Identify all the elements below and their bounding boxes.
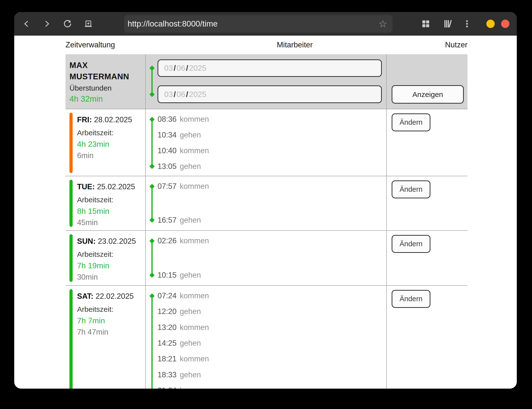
- entry-type: gehen: [180, 370, 201, 379]
- status-bar: [69, 180, 73, 227]
- forward-icon[interactable]: [42, 19, 51, 28]
- day-row-sun: SUN:23.02.2025 Arbeitszeit: 7h 19min 30m…: [66, 230, 467, 285]
- entry-time: 07:24: [158, 291, 177, 300]
- day-label: FRI:: [77, 115, 92, 124]
- timeline: [151, 119, 153, 166]
- nav-zeitverwaltung[interactable]: Zeitverwaltung: [66, 41, 115, 49]
- time-entry: 18:21kommen: [146, 351, 386, 367]
- day-date: 23.02.2025: [98, 237, 136, 245]
- work-label: Arbeitszeit:: [77, 304, 145, 315]
- change-button[interactable]: Ändern: [392, 235, 430, 253]
- range-start-diamond: [149, 66, 155, 71]
- top-nav: Zeitverwaltung Mitarbeiter Nutzer: [14, 36, 517, 54]
- time-entry: 13:20kommen: [146, 320, 386, 335]
- day-title: SAT:22.02.2025: [77, 291, 145, 301]
- pause-time: 7h 47min: [77, 326, 145, 338]
- time-entry: 18:33gehen: [146, 367, 386, 383]
- status-bar: [69, 289, 73, 389]
- change-button[interactable]: Ändern: [392, 113, 430, 131]
- work-time: 8h 15min: [77, 205, 145, 217]
- employee-last-name: MUSTERMANN: [69, 71, 145, 82]
- menu-kebab-icon[interactable]: [463, 19, 471, 28]
- url-text[interactable]: http://localhost:8000/time: [128, 19, 378, 28]
- summary-card: MAX MUSTERMANN Überstunden 4h 32min 03/0…: [66, 54, 467, 109]
- timeline: [151, 186, 153, 220]
- date-from-month: 06: [176, 64, 185, 73]
- day-label: TUE:: [77, 182, 95, 191]
- nav-mitarbeiter[interactable]: Mitarbeiter: [277, 41, 313, 49]
- work-time: 4h 23min: [77, 138, 145, 150]
- time-entry: 10:34gehen: [146, 127, 386, 143]
- change-button[interactable]: Ändern: [392, 180, 430, 198]
- timeline: [151, 241, 153, 275]
- time-entries: 07:57kommen 16:57gehen: [146, 176, 386, 230]
- entry-time: 10:15: [158, 271, 177, 280]
- entry-type: gehen: [180, 307, 201, 316]
- time-entry: 07:24kommen: [146, 288, 386, 304]
- url-bar[interactable]: http://localhost:8000/time ☆: [124, 15, 393, 33]
- entry-type: kommen: [180, 323, 209, 332]
- entry-time: 18:21: [158, 354, 177, 363]
- time-entry: 08:36kommen: [146, 111, 386, 127]
- close-button[interactable]: [501, 20, 509, 28]
- entry-time: 02:26: [158, 236, 177, 245]
- pause-time: 6min: [77, 150, 145, 161]
- overtime-value: 4h 32min: [69, 94, 145, 104]
- day-label: SUN:: [77, 237, 96, 245]
- day-title: TUE:25.02.2025: [77, 182, 145, 192]
- entry-type: gehen: [180, 162, 201, 171]
- date-separator: /: [185, 64, 189, 73]
- new-tab-icon[interactable]: [84, 19, 93, 28]
- date-separator: /: [185, 90, 189, 99]
- time-entry: 10:15gehen: [146, 267, 386, 283]
- pause-time: 30min: [77, 271, 145, 283]
- date-to-month: 06: [176, 90, 185, 99]
- work-time: 7h 7min: [77, 315, 145, 326]
- entry-time: 13:20: [158, 323, 177, 332]
- bookmark-star-icon[interactable]: ☆: [378, 19, 387, 28]
- date-separator: /: [173, 90, 177, 99]
- time-entry: 16:57gehen: [146, 212, 386, 228]
- date-to-day: 03: [164, 90, 173, 99]
- library-icon[interactable]: [443, 19, 452, 28]
- entry-type: kommen: [180, 354, 209, 363]
- date-from-day: 03: [164, 64, 173, 73]
- entry-time: 18:33: [158, 370, 177, 379]
- day-row-fri: FRI:28.02.2025 Arbeitszeit: 4h 23min 6mi…: [66, 109, 467, 176]
- day-date: 25.02.2025: [97, 182, 135, 191]
- entry-time: 12:20: [158, 307, 177, 316]
- day-title: FRI:28.02.2025: [77, 115, 145, 125]
- back-icon[interactable]: [22, 19, 31, 28]
- show-button[interactable]: Anzeigen: [392, 85, 464, 104]
- time-table: MAX MUSTERMANN Überstunden 4h 32min 03/0…: [66, 54, 467, 389]
- work-label: Arbeitszeit:: [77, 127, 145, 138]
- reload-icon[interactable]: [63, 19, 72, 28]
- tab-overview-icon[interactable]: [421, 19, 430, 28]
- date-from-input[interactable]: 03/06/2025: [158, 59, 382, 77]
- entry-type: gehen: [180, 216, 201, 225]
- nav-nutzer[interactable]: Nutzer: [445, 41, 467, 49]
- work-label: Arbeitszeit:: [77, 249, 145, 260]
- entry-type: kommen: [180, 236, 209, 245]
- minimize-button[interactable]: [486, 20, 495, 28]
- range-end-diamond: [149, 92, 155, 97]
- day-label: SAT:: [77, 292, 93, 300]
- day-date: 22.02.2025: [96, 292, 134, 300]
- time-entry: 21:34kommen: [146, 383, 386, 389]
- time-entry: 07:57kommen: [146, 178, 386, 194]
- entry-type: gehen: [180, 339, 201, 348]
- day-row-sat: SAT:22.02.2025 Arbeitszeit: 7h 7min 7h 4…: [66, 285, 467, 389]
- time-entry: 13:05gehen: [146, 159, 386, 174]
- entry-time: 07:57: [158, 182, 177, 191]
- time-entry: 10:40kommen: [146, 143, 386, 159]
- time-entries: 07:24kommen 12:20gehen 13:20kommen 14:25…: [146, 286, 386, 389]
- time-entries: 02:26kommen 10:15gehen: [146, 231, 386, 285]
- entry-type: gehen: [180, 131, 201, 139]
- date-separator: /: [173, 64, 177, 73]
- date-to-input[interactable]: 03/06/2025: [158, 85, 382, 103]
- date-range-line: [151, 68, 153, 94]
- page-content: Zeitverwaltung Mitarbeiter Nutzer MAX MU…: [14, 36, 517, 389]
- change-button[interactable]: Ändern: [392, 290, 430, 308]
- browser-toolbar: http://localhost:8000/time ☆: [14, 12, 517, 36]
- entry-time: 08:36: [158, 115, 177, 124]
